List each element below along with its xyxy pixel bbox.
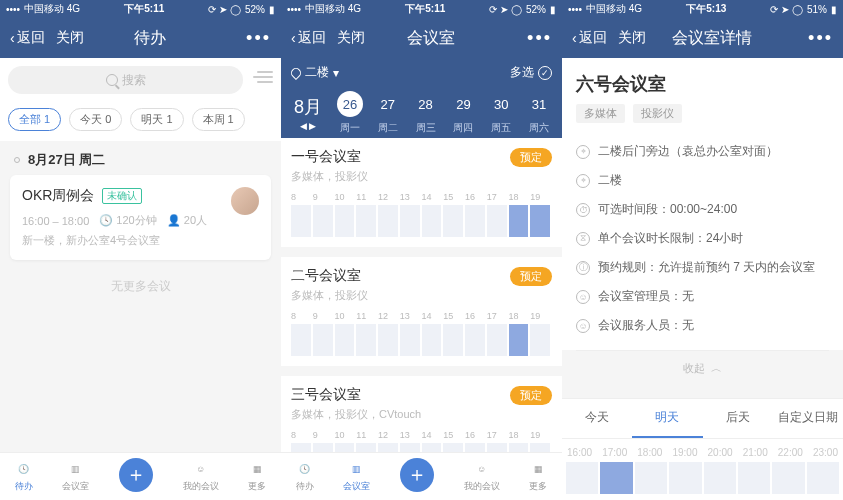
date-tab[interactable]: 后天: [703, 399, 773, 438]
info-item: ⌖二楼后门旁边（袁总办公室对面）: [576, 137, 829, 166]
info-item: ⏱可选时间段：00:00~24:00: [576, 195, 829, 224]
date-header: 8月27日 周二: [0, 141, 281, 175]
pill-tomorrow[interactable]: 明天 1: [130, 108, 183, 131]
day-cell[interactable]: 28周三: [413, 91, 439, 135]
more-icon[interactable]: •••: [246, 28, 271, 49]
room-card[interactable]: 一号会议室多媒体，投影仪预定8910111213141516171819: [281, 138, 562, 247]
nav-bar: ‹ 返回 关闭 待办 •••: [0, 18, 281, 58]
date-tab[interactable]: 自定义日期: [773, 399, 843, 438]
tab-mine[interactable]: ☺我的会议: [183, 460, 219, 493]
calendar-strip: 8月◀ ▶ 26周一27周二28周三29周四30周五31周六: [281, 87, 562, 143]
screen-rooms: •••• 中国移动 4G 下午5:11 ⟳ ➤ ◯ 52% ▮ ‹ 返回 关闭 …: [281, 0, 562, 500]
search-input[interactable]: 搜索: [8, 66, 243, 94]
time-slot[interactable]: [704, 462, 736, 494]
book-button[interactable]: 预定: [510, 386, 552, 405]
page-title: 会议室: [335, 28, 527, 49]
no-more-text: 无更多会议: [0, 260, 281, 313]
search-row: 搜索: [0, 58, 281, 102]
multiselect-toggle[interactable]: 多选✓: [510, 64, 552, 81]
status-badge: 未确认: [102, 188, 142, 204]
floor-selector[interactable]: 二楼 ▾ 多选✓: [281, 58, 562, 87]
info-item: ☺会议室管理员：无: [576, 282, 829, 311]
time-slots: 16:0017:0018:0019:0020:0021:0022:0023:00: [562, 439, 843, 500]
tab-rooms[interactable]: ▥会议室: [62, 460, 89, 493]
month-cell[interactable]: 8月◀ ▶: [285, 91, 331, 135]
tab-mine[interactable]: ☺我的会议: [464, 460, 500, 493]
tab-bar: 🕓待办 ▥会议室 ＋ ☺我的会议 ▦更多: [0, 452, 281, 500]
nav-bar: ‹ 返回 关闭 会议室详情 •••: [562, 18, 843, 58]
meeting-title: OKR周例会: [22, 187, 94, 205]
status-bar: •••• 中国移动 4G 下午5:11 ⟳ ➤ ◯ 52% ▮: [281, 0, 562, 18]
pill-week[interactable]: 本周 1: [192, 108, 245, 131]
search-icon: [106, 74, 118, 86]
book-button[interactable]: 预定: [510, 148, 552, 167]
time-slot[interactable]: [669, 462, 701, 494]
room-card[interactable]: 二号会议室多媒体，投影仪预定8910111213141516171819: [281, 257, 562, 366]
book-button[interactable]: 预定: [510, 267, 552, 286]
avatar: [231, 187, 259, 215]
time-slot[interactable]: [600, 462, 632, 494]
tab-more[interactable]: ▦更多: [248, 460, 266, 493]
info-item: ☺会议服务人员：无: [576, 311, 829, 340]
info-list: ⌖二楼后门旁边（袁总办公室对面）⌖二楼⏱可选时间段：00:00~24:00⧖单个…: [562, 133, 843, 350]
tab-more[interactable]: ▦更多: [529, 460, 547, 493]
room-name: 六号会议室: [576, 72, 829, 96]
tab-todo[interactable]: 🕓待办: [296, 460, 314, 493]
feature-tag: 多媒体: [576, 104, 625, 123]
info-item: ⧖单个会议时长限制：24小时: [576, 224, 829, 253]
info-item: ⓘ预约规则：允许提前预约 7 天内的会议室: [576, 253, 829, 282]
list-toggle-icon[interactable]: [251, 66, 273, 88]
screen-detail: •••• 中国移动 4G 下午5:13 ⟳ ➤ ◯ 51% ▮ ‹ 返回 关闭 …: [562, 0, 843, 500]
time-slot[interactable]: [772, 462, 804, 494]
status-bar: •••• 中国移动 4G 下午5:11 ⟳ ➤ ◯ 52% ▮: [0, 0, 281, 18]
day-cell[interactable]: 30周五: [488, 91, 514, 135]
add-button[interactable]: ＋: [400, 458, 434, 492]
room-header: 六号会议室 多媒体投影仪: [562, 58, 843, 133]
date-tab[interactable]: 今天: [562, 399, 632, 438]
day-cell[interactable]: 27周二: [375, 91, 401, 135]
meeting-card[interactable]: OKR周例会 未确认 16:00 – 18:00 🕓 120分钟 👤 20人 新…: [10, 175, 271, 260]
tab-rooms[interactable]: ▥会议室: [343, 460, 370, 493]
screen-todo: •••• 中国移动 4G 下午5:11 ⟳ ➤ ◯ 52% ▮ ‹ 返回 关闭 …: [0, 0, 281, 500]
filter-pills: 全部 1 今天 0 明天 1 本周 1: [0, 102, 281, 141]
nav-bar: ‹ 返回 关闭 会议室 •••: [281, 18, 562, 58]
time-slot[interactable]: [807, 462, 839, 494]
more-icon[interactable]: •••: [527, 28, 552, 49]
time-slot[interactable]: [738, 462, 770, 494]
date-tab[interactable]: 明天: [632, 399, 702, 438]
feature-tag: 投影仪: [633, 104, 682, 123]
room-card[interactable]: 三号会议室多媒体，投影仪，CVtouch预定891011121314151617…: [281, 376, 562, 452]
add-button[interactable]: ＋: [119, 458, 153, 492]
day-cell[interactable]: 26周一: [337, 91, 363, 135]
time-slot[interactable]: [566, 462, 598, 494]
day-cell[interactable]: 31周六: [526, 91, 552, 135]
status-bar: •••• 中国移动 4G 下午5:13 ⟳ ➤ ◯ 51% ▮: [562, 0, 843, 18]
tab-bar: 🕓待办 ▥会议室 ＋ ☺我的会议 ▦更多: [281, 452, 562, 500]
tab-todo[interactable]: 🕓待办: [15, 460, 33, 493]
pill-all[interactable]: 全部 1: [8, 108, 61, 131]
time-slot[interactable]: [635, 462, 667, 494]
info-item: ⌖二楼: [576, 166, 829, 195]
more-icon[interactable]: •••: [808, 28, 833, 49]
date-tabs: 今天明天后天自定义日期: [562, 398, 843, 439]
pill-today[interactable]: 今天 0: [69, 108, 122, 131]
collapse-button[interactable]: 收起 ︿: [562, 351, 843, 390]
page-title: 会议室详情: [616, 28, 808, 49]
location-icon: [289, 65, 303, 79]
page-title: 待办: [54, 28, 246, 49]
day-cell[interactable]: 29周四: [450, 91, 476, 135]
